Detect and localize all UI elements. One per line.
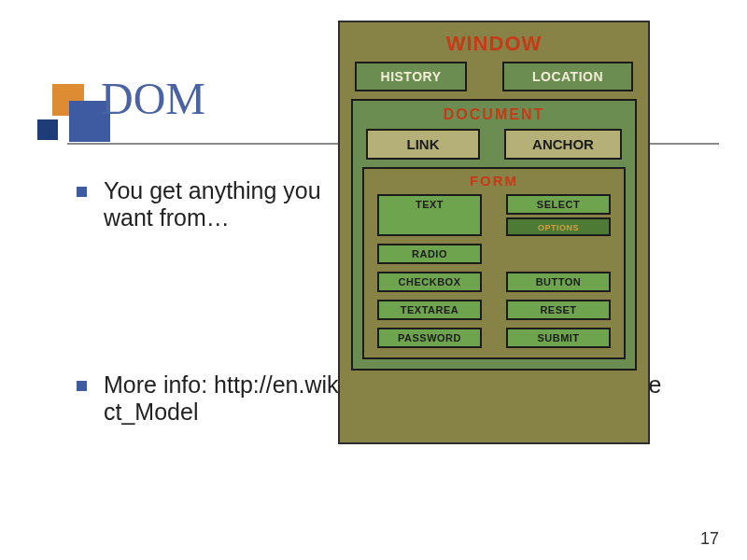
textarea-box: TEXTAREA [377, 300, 482, 320]
select-box: SELECT [506, 194, 611, 215]
dom-hierarchy-diagram: WINDOW HISTORY LOCATION DOCUMENT LINK AN… [338, 21, 650, 444]
body-content: You get anything you want from… More inf… [77, 177, 357, 426]
link-box: LINK [366, 129, 480, 160]
document-label: DOCUMENT [360, 105, 627, 129]
location-box: LOCATION [502, 62, 633, 91]
document-container: DOCUMENT LINK ANCHOR FORM TEXT SELECT OP… [351, 99, 637, 371]
bullet-icon [77, 187, 87, 197]
page-number: 17 [700, 529, 719, 549]
deco-square-blue-small [37, 119, 58, 140]
radio-box: RADIO [377, 244, 482, 264]
select-stack: SELECT OPTIONS [506, 194, 611, 236]
window-label: WINDOW [349, 28, 639, 62]
form-container: FORM TEXT SELECT OPTIONS RADIO CHECKBOX … [362, 167, 626, 359]
button-box: BUTTON [506, 272, 611, 292]
submit-box: SUBMIT [506, 328, 611, 348]
password-box: PASSWORD [377, 328, 482, 348]
checkbox-box: CHECKBOX [377, 272, 482, 292]
window-children-row: HISTORY LOCATION [349, 62, 639, 99]
document-children-row: LINK ANCHOR [360, 129, 627, 167]
form-elements-grid: TEXT SELECT OPTIONS RADIO CHECKBOX BUTTO… [372, 194, 616, 348]
form-label: FORM [372, 173, 616, 194]
bullet-item: You get anything you want from… [77, 177, 357, 231]
anchor-box: ANCHOR [504, 129, 622, 160]
text-box: TEXT [377, 194, 482, 236]
slide-title: DOM [101, 73, 205, 124]
bullet-text: You get anything you want from… [104, 177, 357, 231]
history-box: HISTORY [355, 62, 467, 91]
reset-box: RESET [506, 300, 611, 320]
bullet-icon [77, 381, 87, 391]
options-box: OPTIONS [506, 217, 611, 236]
